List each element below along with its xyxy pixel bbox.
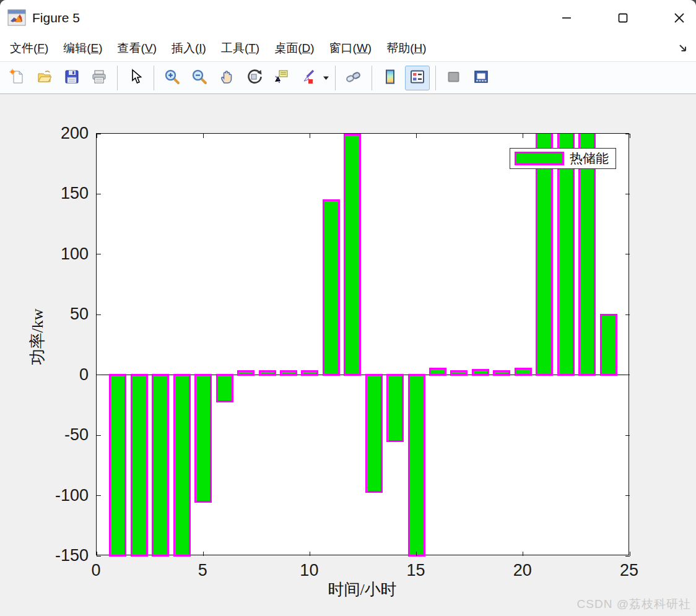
y-tick-label: -150: [27, 547, 89, 564]
rotate-3d-icon: [246, 69, 262, 87]
plot-tools-icon: [446, 69, 462, 87]
print-figure-button[interactable]: [87, 66, 111, 90]
insert-legend-button[interactable]: [405, 66, 430, 90]
data-cursor-button[interactable]: [269, 66, 294, 90]
menu-item-f[interactable]: 文件(F): [2, 38, 56, 59]
y-tick-right: [625, 495, 630, 496]
menu-item-e[interactable]: 编辑(E): [56, 38, 110, 59]
bar-hour-5: [194, 374, 212, 503]
open-folder-icon: [37, 69, 53, 87]
bar-hour-9: [280, 370, 297, 376]
bar-hour-7: [237, 370, 254, 376]
bar-hour-18: [472, 369, 489, 376]
x-tick-top: [310, 134, 310, 138]
pan-button[interactable]: [214, 66, 239, 90]
rotate-3d-button[interactable]: [241, 66, 266, 90]
y-tick-right: [625, 254, 630, 254]
y-tick-label: -100: [27, 487, 89, 504]
y-tick-label: 150: [27, 184, 89, 202]
brush-dropdown-icon[interactable]: [322, 66, 331, 90]
bar-hour-21: [536, 134, 553, 376]
y-tick-right: [625, 134, 630, 134]
y-tick-label: 100: [27, 245, 89, 262]
x-tick-bottom: [310, 552, 310, 556]
legend-box[interactable]: 热储能: [510, 148, 616, 169]
y-tick-label: 200: [27, 124, 89, 142]
figure-window: Figure 5 文件(F)编辑(E)查看(V)插入(I)工具(T)桌面(D)窗…: [0, 0, 696, 616]
dock-figure-button[interactable]: [469, 66, 494, 90]
y-tick-right: [625, 435, 630, 436]
menu-item-i[interactable]: 插入(I): [164, 38, 214, 59]
open-file-button[interactable]: [32, 66, 57, 90]
maximize-icon[interactable]: [609, 6, 637, 30]
colorbar-icon: [382, 69, 398, 87]
y-tick-left: [97, 315, 101, 315]
save-icon: [64, 69, 80, 87]
brush-data-button[interactable]: [296, 66, 321, 90]
toolbar-separator: [154, 66, 154, 90]
x-tick-label: 5: [178, 562, 227, 579]
data-cursor-icon: [273, 69, 289, 87]
menu-item-h[interactable]: 帮助(H): [379, 38, 433, 59]
bar-hour-4: [173, 374, 191, 557]
menu-item-v[interactable]: 查看(V): [110, 38, 164, 59]
y-tick-right: [625, 315, 630, 315]
new-figure-button[interactable]: [5, 66, 30, 90]
plot-area: 热储能: [96, 133, 629, 555]
bar-hour-11: [323, 199, 340, 376]
print-icon: [91, 69, 107, 87]
save-figure-button[interactable]: [59, 66, 84, 90]
x-tick-top: [97, 134, 97, 138]
bar-hour-17: [450, 370, 468, 376]
link-plot-button[interactable]: [341, 66, 366, 90]
figure-toolbar: [0, 62, 696, 94]
zoom-out-button[interactable]: [187, 66, 212, 90]
legend-icon: [409, 69, 425, 87]
y-tick-left: [97, 254, 101, 254]
bar-hour-12: [344, 134, 361, 376]
menu-item-d[interactable]: 桌面(D): [267, 38, 321, 59]
window-title: Figure 5: [32, 11, 80, 25]
x-tick-label: 10: [284, 562, 334, 579]
menu-item-w[interactable]: 窗口(W): [322, 38, 380, 59]
toolbar-separator: [435, 66, 436, 90]
minimize-icon[interactable]: [552, 6, 581, 30]
toolbar-separator: [372, 66, 372, 90]
x-tick-bottom: [203, 552, 204, 556]
y-tick-left: [97, 134, 101, 134]
bar-hour-8: [259, 370, 276, 376]
bar-hour-1: [109, 374, 126, 557]
dock-arrow-icon[interactable]: [677, 43, 689, 54]
y-tick-left: [97, 194, 101, 194]
bar-hour-13: [365, 374, 383, 493]
menu-bar: 文件(F)编辑(E)查看(V)插入(I)工具(T)桌面(D)窗口(W)帮助(H): [0, 35, 696, 62]
zoom-in-button[interactable]: [160, 66, 185, 90]
close-icon[interactable]: [665, 6, 694, 30]
hide-plot-tools-button[interactable]: [442, 66, 466, 90]
zoom-in-icon: [164, 69, 180, 87]
menu-item-t[interactable]: 工具(T): [214, 38, 267, 59]
bar-hour-3: [152, 374, 169, 557]
y-tick-right: [625, 194, 630, 194]
x-tick-label: 20: [498, 562, 547, 579]
x-tick-top: [416, 134, 417, 138]
y-tick-left: [97, 556, 101, 557]
figure-canvas: 功率/kw 时间/小时 CSDN @荔枝科研社 热储能0510152025200…: [0, 94, 696, 615]
brush-icon: [300, 69, 316, 87]
edit-plot-button[interactable]: [123, 66, 148, 90]
y-tick-right: [625, 556, 630, 557]
bar-hour-14: [386, 374, 404, 442]
x-axis-label: 时间/小时: [328, 579, 396, 601]
y-tick-left: [97, 495, 101, 496]
bar-hour-19: [493, 370, 510, 376]
link-icon: [346, 69, 362, 87]
x-tick-label: 25: [604, 562, 654, 579]
bar-hour-23: [578, 134, 596, 376]
y-tick-label: 0: [27, 366, 89, 383]
new-document-icon: [9, 69, 25, 87]
insert-colorbar-button[interactable]: [378, 66, 402, 90]
bar-hour-22: [557, 134, 575, 376]
x-tick-top: [523, 134, 523, 138]
hand-icon: [219, 69, 235, 87]
y-tick-right: [625, 375, 630, 375]
